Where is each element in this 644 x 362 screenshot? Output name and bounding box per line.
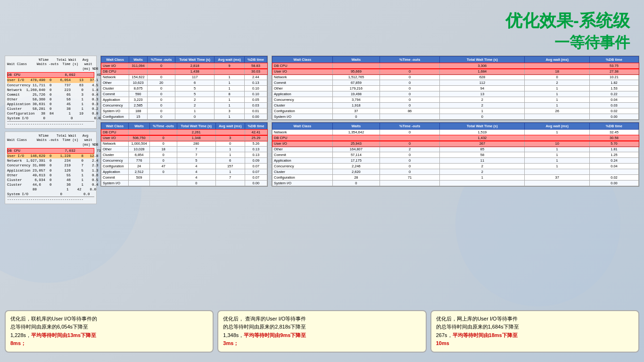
table-cell: DB CPU <box>272 135 333 141</box>
rt-h-db: %DB time <box>589 57 638 63</box>
table-cell: 0 <box>150 158 177 164</box>
table-cell: 1 <box>525 158 589 164</box>
lb-row-dbcpu: DB CPU 7,032 73.5 <box>7 148 94 154</box>
table-cell: 0 <box>525 74 589 80</box>
table-cell: 2,620 <box>332 169 380 175</box>
table-cell: 4 <box>177 169 215 175</box>
table-cell: 26 <box>525 108 589 114</box>
table-cell: 58 <box>440 152 525 158</box>
table-cell: 0.00 <box>244 114 267 120</box>
rb-h-db: %DB time <box>589 123 638 130</box>
table-cell: 1 <box>215 86 245 91</box>
table-cell <box>215 69 245 74</box>
table-cell: DB CPU <box>101 130 129 135</box>
table-cell: 1,519 <box>440 130 525 135</box>
lb-row-other: Other 49,613 0 55 1 0.6 <box>7 173 94 178</box>
table-row: Other10,62320610.13 <box>101 80 267 86</box>
table-cell: Application <box>272 91 333 97</box>
table-cell: 86 <box>380 108 439 114</box>
table-cell: 1 <box>525 152 589 158</box>
table-cell: 0 <box>380 164 439 169</box>
table-cell: 0.05 <box>244 97 267 103</box>
table-cell: 0 <box>380 97 439 103</box>
lb-row-conc: Concurrency 31,000 0 219 7 2.3 <box>7 163 94 168</box>
table-row: Application2,5120410.07 <box>101 169 267 175</box>
lt-divider: ------------------------------------ <box>7 121 94 126</box>
table-cell: 1 <box>215 97 245 103</box>
table-cell: 2,585 <box>129 103 148 108</box>
table-cell: 85 <box>440 147 525 152</box>
table-cell: Commit <box>272 152 333 158</box>
rt-h-class: Wait Class <box>272 57 333 63</box>
table-cell: 4 <box>177 175 215 181</box>
table-cell: 1,348 <box>177 135 215 141</box>
table-cell: 2 <box>440 169 525 175</box>
table-row: Network1,000,504028005.26 <box>101 141 267 147</box>
table-cell: 25.29 <box>245 135 267 141</box>
right-bottom-table: Wait Class Waits %Time -outs Total Wait … <box>272 123 639 186</box>
table-cell: 94 <box>440 86 525 91</box>
lt-row-app: Application 30,631 0 45 1 0.3 <box>7 102 94 107</box>
table-cell: 27.38 <box>589 69 638 74</box>
table-cell: System I/O <box>272 181 333 186</box>
table-cell <box>589 169 638 175</box>
table-cell: 8 <box>215 91 245 97</box>
right-top-table: Wait Class Waits %Time -outs Total Wait … <box>272 56 639 120</box>
table-cell: 5 <box>175 86 215 91</box>
table-cell <box>150 130 177 135</box>
table-cell: 67,859 <box>332 80 380 86</box>
table-cell: 1,512,765 <box>332 74 380 80</box>
table-cell: Other <box>272 86 333 91</box>
table-cell: 9 <box>215 63 245 69</box>
table-row: User I/O506,75001,348325.29 <box>101 135 267 141</box>
table-row: System I/O00.00 <box>272 181 639 186</box>
table-cell: 2 <box>525 80 589 86</box>
table-cell: 18 <box>150 147 177 152</box>
table-cell: 280 <box>177 141 215 147</box>
table-cell: 0 <box>380 152 439 158</box>
table-row: Concurrency3,7940210.04 <box>272 97 639 103</box>
table-cell: 7 <box>177 147 215 152</box>
table-cell: 17,175 <box>332 158 380 164</box>
table-row: User I/O311,09402,818958.83 <box>101 63 267 69</box>
annotation-3: 优化后，网上库的User I/O等待事件的总等待时间由原来的1,684s下降至2… <box>430 310 639 353</box>
cb-h-avg: Avg wait (ms) <box>215 123 245 130</box>
table-cell: 0 <box>150 152 177 158</box>
table-cell: 0.03 <box>244 103 267 108</box>
table-cell <box>380 181 439 186</box>
table-cell: 0 <box>380 130 439 135</box>
table-cell: 0.13 <box>245 152 267 158</box>
table-cell: Cluster <box>272 169 333 175</box>
table-cell: 30.58 <box>589 135 638 141</box>
table-cell: 95,669 <box>332 69 380 74</box>
table-cell: 7 <box>177 152 215 158</box>
table-cell: 5 <box>175 91 215 97</box>
table-cell: 6,854 <box>128 152 149 158</box>
table-cell: 3 <box>215 135 245 141</box>
table-cell: 0.04 <box>589 97 638 103</box>
table-row: User I/O95,66901,6841827.38 <box>272 69 639 74</box>
table-cell: 6 <box>175 80 215 86</box>
table-cell: 8,675 <box>129 86 148 91</box>
table-cell: 311,094 <box>129 63 148 69</box>
left-bottom-table: %Time Total Wait Avg Wait Class Waits -o… <box>5 132 97 205</box>
lt-row-commit: Commit 25,726 0 65 3 0.4 <box>7 92 94 97</box>
table-row: Commit67,859011221.82 <box>272 80 639 86</box>
lt-row-dbcpu: DB CPU 8,092 49.5 <box>7 72 94 78</box>
table-cell: Concurrency <box>101 158 129 164</box>
left-top-table: %Time Total Wait Avg Wait Class Waits -o… <box>5 56 97 129</box>
table-cell: 28 <box>332 175 380 181</box>
table-cell: System I/O <box>101 181 129 186</box>
table-row: Configuration28711370.02 <box>272 175 639 181</box>
table-cell <box>380 114 439 120</box>
table-cell: 1 <box>215 103 245 108</box>
table-cell: 0.24 <box>589 158 638 164</box>
table-row: Cluster8,6750510.10 <box>101 86 267 91</box>
table-cell: Configuration <box>272 175 333 181</box>
table-cell: 15 <box>129 114 148 120</box>
table-cell: System I/O <box>272 114 333 120</box>
table-cell: 117 <box>175 74 215 80</box>
rt-h-avg: Avg wait (ms) <box>525 57 589 63</box>
table-cell: 0.13 <box>244 80 267 86</box>
table-row: Concurrency2,2460210.04 <box>272 164 639 169</box>
